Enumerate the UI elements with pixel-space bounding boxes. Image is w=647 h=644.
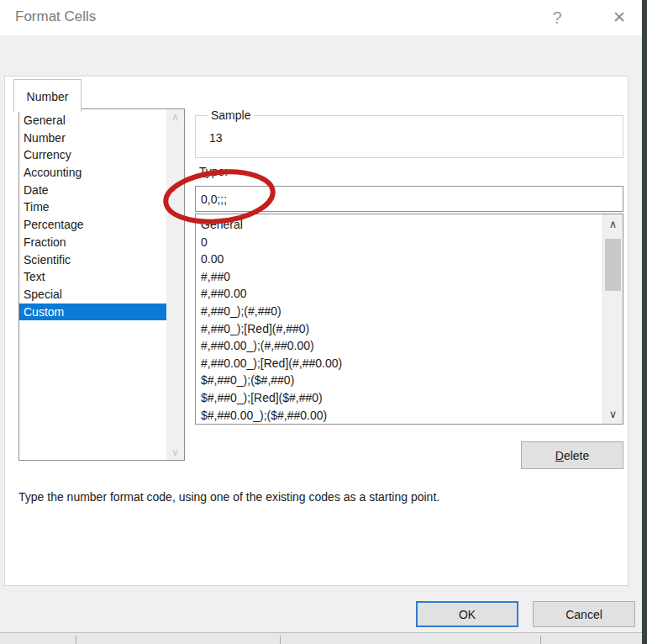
- format-code-items: General 0 0.00 #,##0 #,##0.00 #,##0_);(#…: [196, 214, 602, 424]
- dialog-title: Format Cells: [15, 8, 96, 25]
- category-item-general[interactable]: General: [19, 112, 166, 129]
- delete-button[interactable]: Delete: [521, 441, 623, 469]
- spreadsheet-edge: [0, 632, 642, 644]
- sample-group: Sample 13: [195, 115, 623, 158]
- scrollbar-thumb[interactable]: [605, 239, 621, 291]
- format-code-row[interactable]: General: [196, 216, 602, 234]
- help-text: Type the number format code, using one o…: [18, 490, 539, 504]
- category-item-number[interactable]: Number: [19, 129, 166, 147]
- category-item-time[interactable]: Time: [19, 198, 166, 216]
- category-items: General Number Currency Accounting Date …: [19, 109, 166, 460]
- category-listbox: General Number Currency Accounting Date …: [18, 108, 185, 461]
- category-item-special[interactable]: Special: [19, 286, 166, 304]
- help-icon[interactable]: ?: [544, 5, 570, 30]
- format-code-listbox: General 0 0.00 #,##0 #,##0.00 #,##0_);(#…: [195, 214, 623, 425]
- category-item-scientific[interactable]: Scientific: [19, 251, 166, 269]
- category-scrollbar[interactable]: ∧ ∨: [166, 109, 184, 460]
- format-code-row[interactable]: #,##0.00: [196, 285, 602, 303]
- format-code-row[interactable]: 0: [196, 234, 602, 251]
- format-code-row[interactable]: #,##0.00_);[Red](#,##0.00): [196, 355, 602, 372]
- window-edge: [642, 0, 647, 644]
- type-input[interactable]: [195, 186, 623, 212]
- column-divider: [540, 636, 541, 644]
- scroll-up-icon[interactable]: ∧: [603, 218, 623, 230]
- category-item-fraction[interactable]: Fraction: [19, 234, 166, 251]
- type-label: Type:: [199, 165, 228, 178]
- format-code-row[interactable]: $#,##0_);[Red]($#,##0): [196, 389, 602, 407]
- category-item-date[interactable]: Date: [19, 182, 166, 199]
- format-cells-screenshot: Format Cells ? ✕ Number Alignment Font B…: [0, 0, 647, 644]
- scroll-up-icon[interactable]: ∧: [166, 111, 184, 123]
- scroll-down-icon[interactable]: ∨: [603, 408, 623, 420]
- category-item-custom[interactable]: Custom: [19, 304, 166, 321]
- dialog-titlebar: Format Cells ? ✕: [0, 0, 642, 35]
- format-code-row[interactable]: #,##0.00_);(#,##0.00): [196, 337, 602, 355]
- format-code-row[interactable]: $#,##0.00_);($#,##0.00): [196, 407, 602, 424]
- tab-strip: Number Alignment Font Border Fill Protec…: [0, 35, 642, 76]
- column-divider: [76, 636, 76, 644]
- format-code-row[interactable]: 0.00: [196, 251, 602, 268]
- format-code-row[interactable]: #,##0_);(#,##0): [196, 303, 602, 320]
- category-item-text[interactable]: Text: [19, 268, 166, 286]
- sample-label: Sample: [208, 108, 254, 122]
- format-code-row[interactable]: #,##0_);[Red](#,##0): [196, 320, 602, 338]
- tab-number[interactable]: Number: [13, 79, 82, 112]
- scroll-down-icon[interactable]: ∨: [166, 446, 184, 458]
- category-item-currency[interactable]: Currency: [19, 146, 166, 164]
- column-divider: [280, 636, 281, 644]
- category-item-percentage[interactable]: Percentage: [19, 216, 166, 234]
- ok-button[interactable]: OK: [416, 601, 518, 627]
- category-item-accounting[interactable]: Accounting: [19, 164, 166, 182]
- close-icon[interactable]: ✕: [605, 5, 634, 30]
- format-list-scrollbar[interactable]: ∧ ∨: [602, 214, 623, 424]
- sample-value: 13: [209, 131, 223, 145]
- format-code-row[interactable]: #,##0: [196, 268, 602, 286]
- cancel-button[interactable]: Cancel: [533, 601, 635, 627]
- format-code-row[interactable]: $#,##0_);($#,##0): [196, 372, 602, 389]
